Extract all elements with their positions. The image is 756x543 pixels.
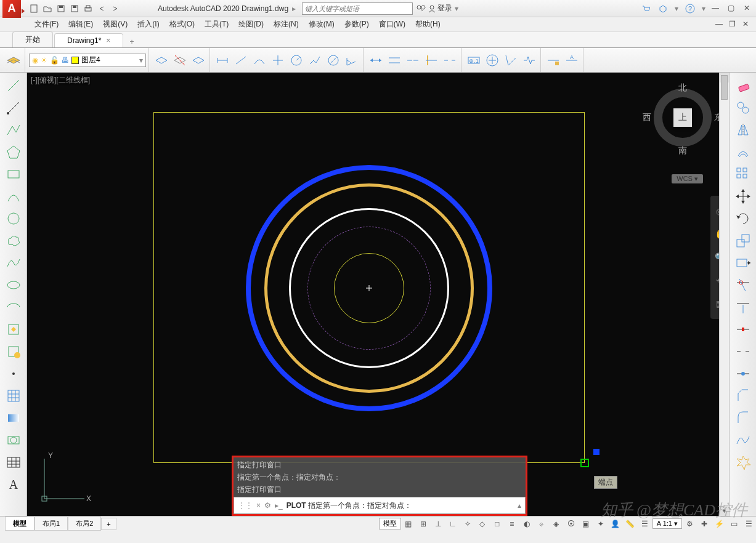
ortho-icon[interactable]: ∟ xyxy=(445,518,460,530)
polyline-icon[interactable] xyxy=(3,119,24,140)
polygon-icon[interactable] xyxy=(3,142,24,163)
rectangle-icon[interactable] xyxy=(3,164,24,185)
layout-tab-1[interactable]: 布局1 xyxy=(35,517,68,531)
region-icon[interactable] xyxy=(3,430,24,451)
break-icon[interactable] xyxy=(733,341,754,362)
menu-help[interactable]: 帮助(H) xyxy=(415,19,441,30)
quick-dim-icon[interactable] xyxy=(367,52,384,69)
anno-scale-label[interactable]: A 1:1 ▾ xyxy=(652,518,682,529)
table-icon[interactable] xyxy=(3,452,24,473)
close-icon[interactable]: ✕ xyxy=(744,4,754,14)
center-mark-icon[interactable] xyxy=(484,52,501,69)
offset-icon[interactable] xyxy=(733,142,754,163)
maximize-icon[interactable]: ▢ xyxy=(728,4,738,14)
explode-icon[interactable] xyxy=(733,452,754,473)
dim-edit-icon[interactable] xyxy=(545,52,562,69)
continue-dim-icon[interactable] xyxy=(404,52,421,69)
menu-parametric[interactable]: 参数(P) xyxy=(344,19,369,30)
open-icon[interactable] xyxy=(42,3,53,14)
scale-icon[interactable] xyxy=(733,230,754,251)
search-dropdown-icon[interactable]: ▸ xyxy=(292,4,296,13)
ellipse-icon[interactable] xyxy=(3,275,24,296)
move-icon[interactable] xyxy=(733,186,754,207)
search-input[interactable] xyxy=(302,2,413,15)
doc-close-icon[interactable]: ✕ xyxy=(742,20,752,30)
array-icon[interactable] xyxy=(733,164,754,185)
dim-break-icon[interactable] xyxy=(441,52,458,69)
layout-tab-2[interactable]: 布局2 xyxy=(68,517,101,531)
mirror-icon[interactable] xyxy=(733,119,754,140)
jog-line-icon[interactable] xyxy=(521,52,538,69)
revcloud-icon[interactable] xyxy=(3,230,24,251)
spline-icon[interactable] xyxy=(3,252,24,273)
undo-icon[interactable] xyxy=(96,3,107,14)
units-icon[interactable]: 📏 xyxy=(623,518,638,530)
selection-filter-icon[interactable]: ▣ xyxy=(579,518,593,530)
iso-draft-icon[interactable]: ◇ xyxy=(475,518,490,530)
menu-view[interactable]: 视图(V) xyxy=(103,19,128,30)
tolerance-icon[interactable]: ⊕.1 xyxy=(465,52,482,69)
break-at-point-icon[interactable] xyxy=(733,319,754,340)
dim-text-edit-icon[interactable]: A xyxy=(563,52,580,69)
cart-icon[interactable] xyxy=(640,3,651,14)
anno-visibility-icon[interactable]: ✚ xyxy=(697,518,712,530)
transparency-icon[interactable]: ◐ xyxy=(519,518,534,530)
extend-icon[interactable] xyxy=(733,297,754,318)
menu-draw[interactable]: 绘图(D) xyxy=(238,19,264,30)
scroll-thumb[interactable] xyxy=(721,75,728,100)
doc-minimize-icon[interactable]: — xyxy=(715,20,725,30)
tab-add-icon[interactable]: + xyxy=(124,36,139,47)
dynamic-ucs-icon[interactable]: ⦿ xyxy=(564,518,579,530)
stretch-icon[interactable] xyxy=(733,252,754,273)
redo-icon[interactable] xyxy=(110,3,121,14)
insert-block-icon[interactable] xyxy=(3,319,24,340)
search-button-icon[interactable] xyxy=(415,3,426,14)
layer-combo[interactable]: ◉ ☀ 🔓 🖶 图层4 ▾ xyxy=(29,54,146,67)
grid-icon[interactable]: ▦ xyxy=(401,518,416,530)
polar-icon[interactable]: ✧ xyxy=(460,518,475,530)
saveas-icon[interactable] xyxy=(69,3,80,14)
app-store-icon[interactable] xyxy=(657,3,669,14)
ray-icon[interactable] xyxy=(3,97,24,118)
rotate-icon[interactable] xyxy=(733,208,754,229)
gradient-icon[interactable] xyxy=(3,408,24,428)
layer-state-icon[interactable] xyxy=(153,52,170,69)
quick-properties-icon[interactable]: ☰ xyxy=(638,518,652,530)
cmd-grip-icon[interactable]: ⋮⋮ xyxy=(238,501,253,510)
layer-dropdown-icon[interactable]: ▾ xyxy=(139,56,143,65)
cmd-close-icon[interactable]: × xyxy=(256,501,261,510)
menu-insert[interactable]: 插入(I) xyxy=(137,19,159,30)
osnap-icon[interactable]: □ xyxy=(490,518,505,530)
fillet-icon[interactable] xyxy=(733,408,754,428)
cmd-customize-icon[interactable]: ⚙ xyxy=(264,501,271,510)
dim-arc-icon[interactable] xyxy=(251,52,268,69)
customization-icon[interactable]: ☰ xyxy=(741,518,756,530)
dim-radius-icon[interactable] xyxy=(288,52,305,69)
point-icon[interactable] xyxy=(3,363,24,384)
menu-tools[interactable]: 工具(T) xyxy=(205,19,229,30)
line-icon[interactable] xyxy=(3,75,24,96)
hatch-icon[interactable] xyxy=(3,385,24,406)
menu-file[interactable]: 文件(F) xyxy=(35,19,59,30)
infer-constraints-icon[interactable]: ⊥ xyxy=(431,518,445,530)
drawing-canvas[interactable]: [-][俯视][二维线框] 上 北 南 东 西 WCS ▾ ◎ ✋ 🔍 ⟲ ▦ xyxy=(27,73,729,516)
cmd-recent-icon[interactable]: ▴ xyxy=(518,501,521,510)
user-icon[interactable] xyxy=(426,3,437,14)
save-icon[interactable] xyxy=(55,3,67,14)
viewport-label[interactable]: [-][俯视][二维线框] xyxy=(30,75,91,86)
help-icon[interactable]: ? xyxy=(685,3,696,14)
clean-screen-icon[interactable]: ▭ xyxy=(726,518,741,530)
trim-icon[interactable] xyxy=(733,275,754,296)
doc-restore-icon[interactable]: ❐ xyxy=(729,20,739,30)
layout-tab-model[interactable]: 模型 xyxy=(5,517,35,531)
dim-aligned-icon[interactable] xyxy=(232,52,250,69)
layer-match-icon[interactable] xyxy=(190,52,207,69)
lineweight-icon[interactable]: ≡ xyxy=(505,518,519,530)
menu-modify[interactable]: 修改(M) xyxy=(309,19,335,30)
3dosnap-icon[interactable]: ◈ xyxy=(549,518,564,530)
dim-diameter-icon[interactable] xyxy=(325,52,342,69)
join-icon[interactable] xyxy=(733,363,754,384)
menu-edit[interactable]: 编辑(E) xyxy=(68,19,93,30)
dim-angular-icon[interactable] xyxy=(343,52,360,69)
annotation-monitor-icon[interactable]: 👤 xyxy=(608,518,623,530)
